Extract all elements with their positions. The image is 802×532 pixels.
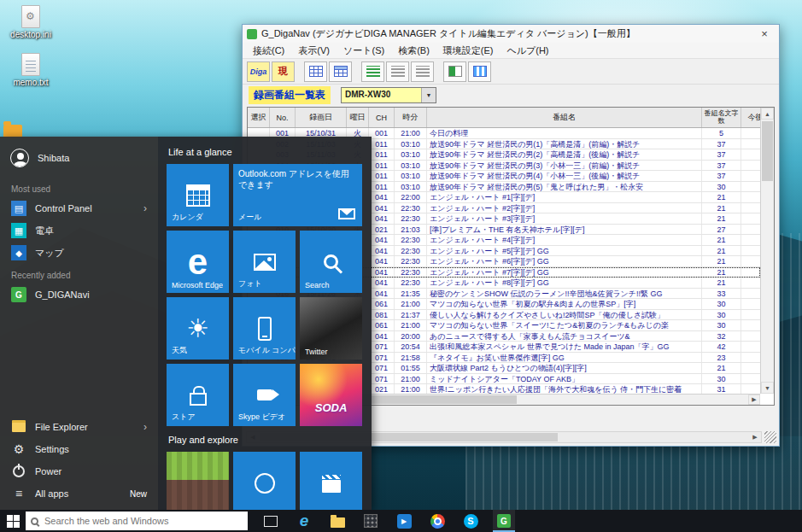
desktop-icon[interactable]: memo.txt (0, 53, 61, 87)
sidebar-item-g-diganavi[interactable]: G_DIGANavi (0, 284, 158, 306)
tile-weather[interactable]: 天気 (167, 297, 229, 360)
vertical-scrollbar[interactable]: ▲ ▼ (760, 108, 774, 394)
tile-mail[interactable]: Outlook.com アドレスを使用できますメール (233, 164, 362, 226)
table-cell (741, 182, 760, 192)
table-header-row: 選択No.録画日曜日CH時分番組名番組名文字数今後 (248, 108, 760, 128)
tile-candy-crush-soda[interactable]: SODA (300, 364, 362, 426)
menu-item[interactable]: 表示(V) (291, 44, 337, 57)
start-button[interactable] (0, 510, 26, 532)
table-cell: 061 (369, 299, 395, 309)
table-cell: 22:30 (395, 213, 427, 224)
chrome-icon[interactable] (426, 510, 448, 532)
table-cell: 30 (702, 374, 741, 384)
scroll-up-icon[interactable]: ▲ (761, 108, 774, 120)
search-icon (324, 254, 338, 269)
table-cell: 041 (369, 267, 395, 278)
file-icon (21, 53, 40, 76)
table-cell: 21:37 (395, 310, 427, 320)
list-view2-button[interactable] (411, 61, 434, 82)
table-cell: 20:00 (395, 331, 427, 342)
edge-icon[interactable]: e (293, 510, 315, 532)
window-titlebar[interactable]: G_DigaNav (デジガナビDIGA MANAGER タイトル編集エディタ … (243, 25, 779, 43)
calculator-icon (11, 223, 26, 238)
table-cell: エンジェル・ハート #4[字][デ] (427, 235, 702, 245)
desktop-icon-label: memo.txt (13, 78, 48, 87)
table-cell: 011 (369, 182, 395, 192)
control-panel-icon (11, 201, 26, 216)
user-profile[interactable]: Shibata (0, 145, 158, 171)
menu-item[interactable]: ヘルプ(H) (500, 44, 555, 57)
desktop-icon[interactable]: desktop.ini (0, 5, 61, 39)
file-explorer-icon[interactable] (326, 510, 348, 532)
table-cell: 041 (369, 235, 395, 245)
menu-item[interactable]: 環境設定(E) (436, 44, 501, 57)
table-cell: 27 (702, 225, 741, 235)
tile-edge[interactable]: eMicrosoft Edge (167, 231, 229, 293)
tile-skype-video[interactable]: Skype ビデオ (233, 364, 296, 426)
table-cell (741, 384, 760, 394)
window-title: G_DigaNav (デジガナビDIGA MANAGER タイトル編集エディタ … (261, 27, 635, 40)
chevron-down-icon[interactable]: ▼ (421, 88, 436, 102)
taskbar-search[interactable] (26, 512, 248, 530)
tile-movies-tv[interactable] (300, 452, 362, 510)
scroll-right-icon[interactable]: ▶ (748, 395, 760, 405)
table-cell (741, 374, 760, 384)
table-cell: 03:10 (395, 182, 427, 192)
sidebar-item-file-explorer[interactable]: File Explorer› (0, 416, 158, 438)
table-cell: 021 (369, 384, 395, 394)
diga-icon[interactable]: G (493, 510, 515, 532)
scroll-down-icon[interactable]: ▼ (761, 382, 774, 394)
sidebar-item--[interactable]: 電卓 (0, 219, 158, 242)
resize-grip[interactable] (764, 431, 776, 443)
current-button[interactable]: 現 (272, 61, 295, 82)
task-view-icon[interactable] (260, 510, 282, 532)
table-cell: 放送90年ドラマ 経世済民の男(1)「高橋是清」(前編)・解説チ (427, 139, 702, 149)
menu-item[interactable]: 検索(B) (391, 44, 436, 57)
sidebar-item-all-apps[interactable]: All appsNew (0, 482, 158, 505)
table-cell: 21 (702, 192, 741, 202)
tile-search[interactable]: Search (300, 231, 362, 293)
window-scroll-right-icon[interactable]: ▶ (749, 432, 761, 442)
folder-glyph (331, 517, 345, 528)
close-icon[interactable]: × (750, 25, 779, 43)
table-cell: 081 (369, 310, 395, 320)
table-cell: 放送90年ドラマ 経世済民の男(3)「小林一三」(前編)・解説チ (427, 161, 702, 171)
menu-item[interactable]: 接続(C) (246, 44, 291, 57)
skype-icon[interactable]: S (460, 510, 482, 532)
column-header: 番組名 (427, 108, 702, 127)
table-cell: 31 (702, 384, 741, 394)
settings-icon (11, 441, 26, 457)
tile-twitter[interactable]: Twitter (300, 297, 362, 360)
list-view-button[interactable] (386, 61, 409, 82)
sidebar-item-settings[interactable]: Settings (0, 438, 158, 460)
table-cell (741, 289, 760, 299)
diga-button[interactable]: Diga (247, 61, 270, 82)
menu-item[interactable]: ソート(S) (337, 44, 391, 57)
player-icon[interactable]: ▶ (393, 510, 415, 532)
sidebar-item-control-panel[interactable]: Control Panel› (0, 197, 158, 219)
table-cell: [準]プレミアム・THE 有名天神ホテル[字][デ] (427, 225, 702, 235)
split-view-button[interactable] (443, 61, 466, 82)
table-cell: 041 (369, 246, 395, 256)
column-header: 録画日 (296, 108, 347, 127)
sidebar-item-power[interactable]: Power (0, 460, 158, 482)
tile-minecraft[interactable] (167, 452, 229, 510)
tile-store[interactable]: ストア (167, 364, 229, 426)
search-input[interactable] (43, 515, 243, 527)
columns-view-button[interactable] (468, 61, 491, 82)
vertical-scroll-thumb[interactable] (762, 121, 773, 181)
tile-photos[interactable]: フォト (233, 231, 296, 293)
grid-view-button[interactable] (304, 61, 327, 82)
column-header: 番組名文字数 (702, 108, 741, 127)
columns-view-button-icon (473, 66, 487, 77)
tile-mobile-companion[interactable]: モバイル コンパニオン (233, 297, 296, 360)
tile-games[interactable] (233, 452, 296, 510)
device-combo[interactable]: DMR-XW30 ▼ (341, 87, 436, 103)
keypad-icon[interactable] (360, 510, 382, 532)
tile-calendar[interactable]: カレンダ (167, 164, 229, 226)
table-cell: 22:30 (395, 235, 427, 245)
grid-header-view-button[interactable] (329, 61, 352, 82)
tile-grid-2 (167, 452, 363, 510)
sidebar-item--[interactable]: マップ (0, 242, 158, 264)
list-green-button[interactable] (361, 61, 384, 82)
